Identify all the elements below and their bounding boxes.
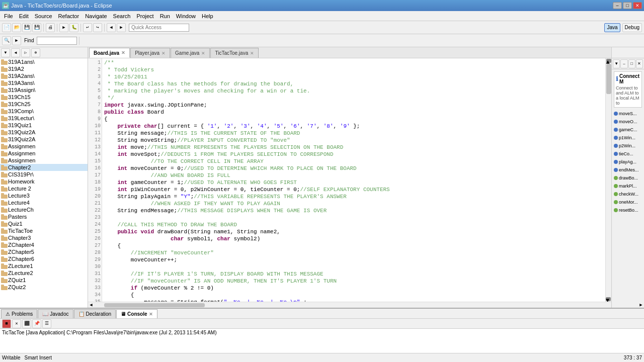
- sidebar-item-319quiz2a2[interactable]: 319Quiz2A: [0, 136, 88, 143]
- tab-board-close[interactable]: ✕: [121, 50, 125, 55]
- outline-item-endmes[interactable]: endMes...: [614, 166, 642, 174]
- undo-btn[interactable]: ↩: [83, 23, 92, 32]
- sidebar-item-lecture4[interactable]: Lecture4: [0, 199, 88, 206]
- sidebar-item-assignmen2[interactable]: Assignmen: [0, 150, 88, 157]
- tab-declaration[interactable]: 📋 Declaration: [74, 309, 116, 318]
- outline-item-p2win[interactable]: p2Win...: [614, 142, 642, 150]
- outline-item-drawbo[interactable]: drawBo...: [614, 174, 642, 182]
- menu-window[interactable]: Window: [173, 12, 199, 20]
- outline-item-moveo[interactable]: moveO...: [614, 118, 642, 126]
- outline-close-btn[interactable]: ✕: [636, 59, 643, 68]
- sidebar-back-btn[interactable]: ◀: [11, 48, 20, 57]
- maximize-button[interactable]: □: [623, 2, 632, 9]
- find-btn[interactable]: 🔍: [2, 36, 11, 45]
- save-btn[interactable]: 💾: [22, 23, 31, 32]
- tab-tictactoe-close[interactable]: ✕: [250, 51, 254, 56]
- console-new-btn[interactable]: ☰: [42, 319, 51, 328]
- debug-perspective-btn[interactable]: Debug: [622, 23, 642, 32]
- sidebar-item-cis319pr[interactable]: CIS319Pr\: [0, 171, 88, 178]
- sidebar-item-zquiz1[interactable]: ZQuiz1: [0, 277, 88, 284]
- debug-btn[interactable]: 🐛: [69, 23, 78, 32]
- quick-access-input[interactable]: [129, 24, 189, 32]
- sidebar-item-319quiz1[interactable]: 319Quiz1: [0, 122, 88, 129]
- menu-source[interactable]: Source: [32, 12, 55, 20]
- run-btn[interactable]: ▶: [59, 23, 68, 32]
- sidebar-item-319a2ans[interactable]: 319A2ans\: [0, 72, 88, 79]
- save-all-btn[interactable]: 💾: [32, 23, 41, 32]
- find-input[interactable]: [37, 37, 77, 45]
- outline-item-tieco[interactable]: tieCo...: [614, 150, 642, 158]
- scroll-down-arrow[interactable]: ▼: [606, 297, 611, 301]
- menu-search[interactable]: Search: [110, 12, 134, 20]
- outline-collapse-btn[interactable]: ▼: [613, 59, 620, 68]
- sidebar-item-chapter3[interactable]: Chapter3: [0, 234, 88, 241]
- back-btn[interactable]: ◀: [107, 23, 116, 32]
- sidebar-item-assignmen1[interactable]: Assignmen: [0, 143, 88, 150]
- tab-board-java[interactable]: Board.java ✕: [89, 48, 130, 58]
- sidebar-sync-btn[interactable]: ⊕: [31, 48, 40, 57]
- sidebar-item-zquiz2[interactable]: ZQuiz2: [0, 284, 88, 291]
- sidebar-item-319ch15[interactable]: 319Ch15: [0, 94, 88, 101]
- sidebar-item-quiz1[interactable]: Quiz1: [0, 220, 88, 227]
- sidebar-item-homework[interactable]: Homework: [0, 178, 88, 185]
- sidebar-item-lecturech[interactable]: LectureCh: [0, 206, 88, 213]
- console-clear-btn[interactable]: ✕: [12, 319, 21, 328]
- sidebar-item-319a2[interactable]: 319A2: [0, 65, 88, 72]
- scroll-left-arrow[interactable]: ◀: [88, 302, 94, 308]
- find-next-btn[interactable]: ▶: [12, 36, 21, 45]
- menu-refactor[interactable]: Refactor: [55, 12, 83, 20]
- tab-player-close[interactable]: ✕: [162, 51, 166, 56]
- sidebar-item-zlecture1[interactable]: ZLecture1: [0, 262, 88, 269]
- sidebar-collapse-btn[interactable]: ▼: [1, 48, 10, 57]
- sidebar-item-319comp[interactable]: 319Comp\: [0, 108, 88, 115]
- new-btn[interactable]: 📄: [2, 23, 11, 32]
- outline-item-moves[interactable]: moveS...: [614, 110, 642, 118]
- outline-item-markpl[interactable]: markPl...: [614, 182, 642, 190]
- sidebar-forward-btn[interactable]: ▷: [21, 48, 30, 57]
- sidebar-item-lecture2[interactable]: Lecture 2: [0, 185, 88, 192]
- menu-project[interactable]: Project: [133, 12, 156, 20]
- tab-javadoc[interactable]: 📖 Javadoc: [38, 309, 73, 318]
- vertical-scrollbar[interactable]: ▲ ▼: [605, 58, 611, 302]
- sidebar-item-tictactoe[interactable]: TicTacToe: [0, 227, 88, 234]
- menu-navigate[interactable]: Navigate: [82, 12, 110, 20]
- open-btn[interactable]: 📂: [12, 23, 21, 32]
- tab-tictactoe-java[interactable]: TicTacToe.java ✕: [210, 48, 259, 58]
- sidebar-item-pasters[interactable]: Pasters: [0, 213, 88, 220]
- minimize-button[interactable]: –: [613, 2, 622, 9]
- outline-item-gamec[interactable]: gameC...: [614, 126, 642, 134]
- outline-item-resetbo[interactable]: resetBo...: [614, 206, 642, 214]
- sidebar-item-319quiz2a[interactable]: 319Quiz2A: [0, 129, 88, 136]
- console-scroll-lock-btn[interactable]: ⬛: [22, 319, 31, 328]
- sidebar-item-zchapter5[interactable]: ZChapter5: [0, 248, 88, 255]
- java-perspective-btn[interactable]: Java: [604, 23, 620, 32]
- outline-item-p1win[interactable]: p1Win...: [614, 134, 642, 142]
- outline-item-checkw[interactable]: checkW...: [614, 190, 642, 198]
- sidebar-item-lecture3[interactable]: Lecture3: [0, 192, 88, 199]
- sidebar-item-zlecture2[interactable]: ZLecture2: [0, 269, 88, 277]
- scroll-up-arrow[interactable]: ▲: [606, 59, 611, 63]
- sidebar-item-319lectur[interactable]: 319Lectur\: [0, 115, 88, 122]
- sidebar-item-chapter2[interactable]: Chapter2: [0, 164, 88, 171]
- outline-min-btn[interactable]: –: [620, 59, 627, 68]
- sidebar-item-zchapter4[interactable]: ZChapter4: [0, 241, 88, 248]
- scrollbar-thumb[interactable]: [606, 64, 611, 94]
- outline-max-btn[interactable]: □: [628, 59, 635, 68]
- tab-console[interactable]: 🖥 Console ✕: [116, 309, 157, 318]
- redo-btn[interactable]: ↪: [93, 23, 102, 32]
- sidebar-item-319ch25[interactable]: 319Ch25: [0, 101, 88, 108]
- code-content[interactable]: /** * Todd Vickers * 10/25/2011 * The Bo…: [102, 58, 611, 302]
- menu-edit[interactable]: Edit: [16, 12, 32, 20]
- outline-item-playag[interactable]: playAg...: [614, 158, 642, 166]
- sidebar-item-319a3ans[interactable]: 319A3ans\: [0, 79, 88, 86]
- sidebar-item-319assign[interactable]: 319Assign\: [0, 86, 88, 94]
- horizontal-scrollbar[interactable]: ◀ ▶: [88, 302, 611, 308]
- h-scrollbar-thumb[interactable]: [104, 303, 205, 307]
- tab-problems[interactable]: ⚠ Problems: [1, 309, 37, 318]
- menu-help[interactable]: Help: [199, 12, 216, 20]
- sidebar-item-zchapter6[interactable]: ZChapter6: [0, 255, 88, 262]
- tab-player-java[interactable]: Player.java ✕: [130, 48, 170, 58]
- forward-btn[interactable]: ▶: [117, 23, 126, 32]
- console-pin-btn[interactable]: 📌: [32, 319, 41, 328]
- tab-game-close[interactable]: ✕: [201, 51, 205, 56]
